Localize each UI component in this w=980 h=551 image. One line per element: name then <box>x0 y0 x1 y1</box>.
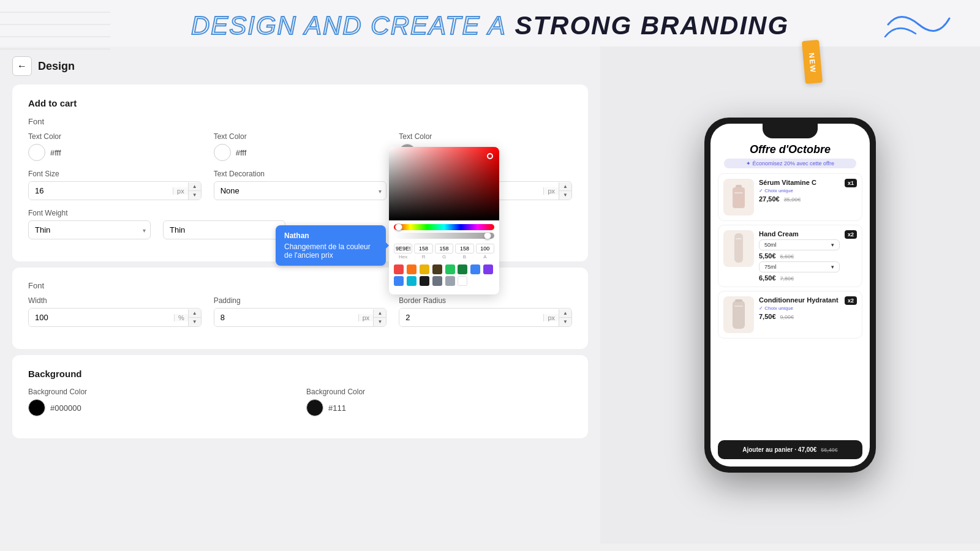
b-input[interactable]: 158 <box>455 244 473 253</box>
padding-input[interactable] <box>214 309 358 326</box>
font-size-down[interactable]: ▼ <box>189 191 201 200</box>
font-weight-select-2[interactable]: Thin Normal <box>163 220 285 239</box>
header-title: DESIGN AND CREATE A STRONG BRANDING <box>0 11 980 40</box>
g-input[interactable]: 158 <box>435 244 453 253</box>
page-title: Design <box>38 60 75 73</box>
swatch-brown[interactable] <box>432 264 442 274</box>
a-input-box: 100 A <box>476 244 494 260</box>
svg-rect-10 <box>734 305 743 307</box>
swatch-gray[interactable] <box>432 276 442 286</box>
swatch-red[interactable] <box>394 264 404 274</box>
font-weight-label: Font Weight <box>28 209 151 217</box>
phone-mockup: Offre d'Octobre ✦ Économisez 20% avec ce… <box>704 118 876 473</box>
color-gradient[interactable] <box>389 147 499 220</box>
r-label: R <box>422 254 426 260</box>
right-panel: NEW Offre d'Octobre ✦ Économisez 20% ave… <box>600 47 980 544</box>
color-cursor[interactable] <box>487 153 493 159</box>
padding-down[interactable]: ▼ <box>374 318 386 326</box>
g-input-box: 158 G <box>435 244 453 260</box>
tooltip-bubble: Nathan Changement de la couleur de l'anc… <box>276 225 386 266</box>
swatch-blue-2[interactable] <box>394 276 404 286</box>
swatch-orange[interactable] <box>407 264 417 274</box>
bg-color-1-group: Background Color #000000 <box>28 388 294 416</box>
width-down[interactable]: ▼ <box>189 318 201 326</box>
bg-color-2-label: Background Color <box>306 388 572 396</box>
header-bold-text: STRONG BRANDING <box>514 11 789 40</box>
font-size-input[interactable]: 16 <box>29 182 173 200</box>
text-color-1-label: Text Color <box>28 132 202 141</box>
font-weight-extra-group: Thin Normal ▾ <box>163 209 285 239</box>
hex-input[interactable]: 9E9E9E <box>394 244 412 253</box>
opacity-slider[interactable] <box>484 232 491 239</box>
color-circle-2[interactable] <box>214 144 231 161</box>
layout-form-row: Width % ▲ ▼ Padding px <box>28 296 572 327</box>
color-value-2: #fff <box>236 148 247 157</box>
product-info-3: Conditionneur Hydratant ✓ Choix unique 7… <box>759 296 840 320</box>
savings-text: ✦ Économisez 20% avec cette offre <box>746 160 834 167</box>
background-section-label: Background <box>28 369 572 379</box>
size-select-2[interactable]: 75ml ▾ <box>759 261 840 272</box>
swatch-black[interactable] <box>420 276 429 286</box>
swatch-cyan[interactable] <box>407 276 417 286</box>
width-up[interactable]: ▲ <box>189 309 201 318</box>
hue-bar[interactable] <box>394 224 494 230</box>
extra-down-1[interactable]: ▼ <box>559 191 571 200</box>
back-button[interactable]: ← <box>12 56 32 76</box>
back-nav: ← Design <box>12 56 588 76</box>
text-decoration-label: Text Decoration <box>214 170 387 178</box>
b-input-box: 158 B <box>455 244 473 260</box>
phone-cart-button[interactable]: Ajouter au panier · 47,00€ 56,40€ <box>718 440 862 459</box>
text-decoration-select[interactable]: None Underline Line-through Overline <box>214 181 387 200</box>
border-radius-label: Border Radius <box>399 296 572 305</box>
swatch-green[interactable] <box>445 264 455 274</box>
bg-color-circle-2[interactable] <box>306 399 323 416</box>
swatch-purple[interactable] <box>483 264 493 274</box>
product-name-2: Hand Cream <box>759 230 840 238</box>
product-price-2a: 5,50€ 6,60€ <box>759 252 840 260</box>
swatch-light-gray[interactable] <box>445 276 455 286</box>
width-unit: % <box>174 314 188 321</box>
qty-badge-3: x2 <box>845 296 857 305</box>
padding-unit: px <box>358 314 374 321</box>
border-radius-input[interactable] <box>399 309 543 326</box>
padding-group: Padding px ▲ ▼ <box>214 296 387 327</box>
swatch-white[interactable] <box>458 276 467 286</box>
savings-badge: ✦ Économisez 20% avec cette offre <box>724 159 856 168</box>
svg-rect-11 <box>735 299 742 302</box>
font-weight-select[interactable]: Thin Normal Bold ExtraBold <box>28 220 151 239</box>
font-size-spinners: ▲ ▼ <box>188 182 201 200</box>
font-size-label: Font Size <box>28 170 202 178</box>
bg-color-circle-1[interactable] <box>28 399 45 416</box>
tooltip-message: Changement de la couleur de l'ancien pri… <box>284 242 377 260</box>
offer-title: Offre d'Octobre <box>718 143 862 156</box>
text-color-2-label: Text Color <box>214 132 387 141</box>
color-circle-1[interactable] <box>28 144 45 161</box>
product-item-3: Conditionneur Hydratant ✓ Choix unique 7… <box>718 291 862 339</box>
background-card: Background Background Color #000000 Back… <box>12 355 588 438</box>
product-item-2: Hand Cream 50ml ▾ 5,50€ 6,60€ <box>718 225 862 287</box>
svg-rect-8 <box>736 238 742 239</box>
opacity-bar[interactable] <box>394 233 494 239</box>
swatch-blue[interactable] <box>470 264 480 274</box>
bg-color-value-2: #111 <box>328 403 346 413</box>
font-size-up[interactable]: ▲ <box>189 182 201 191</box>
b-label: B <box>463 254 466 260</box>
hue-slider[interactable] <box>395 223 402 231</box>
swatch-dark-green[interactable] <box>458 264 467 274</box>
width-input[interactable] <box>29 309 174 326</box>
product-info-1: Sérum Vitamine C ✓ Choix unique 27,50€ 3… <box>759 179 840 203</box>
r-input[interactable]: 158 <box>414 244 432 253</box>
text-color-1-group: Text Color #fff <box>28 132 202 161</box>
font-size-group: Font Size 16 px ▲ ▼ <box>28 170 202 200</box>
padding-up[interactable]: ▲ <box>374 309 386 318</box>
swatch-yellow[interactable] <box>420 264 429 274</box>
product-item-1: Sérum Vitamine C ✓ Choix unique 27,50€ 3… <box>718 173 862 221</box>
a-input[interactable]: 100 <box>476 244 494 253</box>
size-select-1[interactable]: 50ml ▾ <box>759 239 840 250</box>
extra-up-1[interactable]: ▲ <box>559 182 571 191</box>
border-radius-up[interactable]: ▲ <box>559 309 571 318</box>
color-picker-popup[interactable]: 9E9E9E Hex 158 R 158 G 158 B 100 A <box>389 147 499 294</box>
color-swatches <box>389 262 499 288</box>
svg-rect-7 <box>734 233 743 263</box>
border-radius-down[interactable]: ▼ <box>559 318 571 326</box>
